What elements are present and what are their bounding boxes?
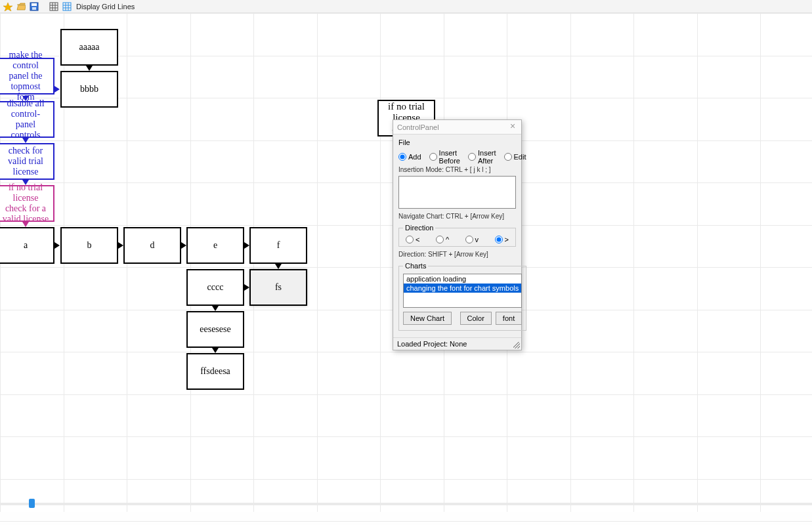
arrow-down-icon [22, 222, 29, 227]
mode-insert-after[interactable]: Insert After [468, 149, 496, 165]
dialog-titlebar[interactable]: ControlPanel × [393, 120, 521, 135]
grid-line [0, 394, 812, 395]
open-icon[interactable] [16, 1, 26, 12]
grid-line [0, 352, 812, 352]
charts-legend: Charts [403, 262, 428, 270]
mode-insert-before[interactable]: Insert Before [429, 149, 460, 165]
mode-edit[interactable]: Edit [504, 153, 526, 161]
arrow-right-icon [244, 242, 249, 249]
arrow-right-icon [118, 242, 123, 249]
dialog-body: File Add Insert Before Insert After Edit… [393, 135, 521, 337]
chart-item[interactable]: changing the font for chart symbols [404, 284, 521, 293]
grid-off-icon[interactable] [49, 1, 59, 12]
new-icon[interactable] [3, 1, 13, 12]
node-ffsdeesa[interactable]: ffsdeesa [186, 353, 244, 390]
grid-line [633, 13, 634, 512]
status-bar: Loaded Project: None [393, 337, 521, 350]
dir-down-radio[interactable] [465, 236, 473, 243]
svg-marker-0 [3, 3, 12, 11]
svg-rect-3 [32, 7, 36, 10]
arrow-down-icon [275, 264, 282, 269]
grid-line [760, 13, 761, 512]
node-cccc[interactable]: cccc [186, 269, 244, 306]
mode-insert-before-radio[interactable] [429, 153, 437, 161]
grid-line [697, 13, 698, 512]
hint-direction: Direction: SHIFT + [Arrow Key] [398, 251, 516, 258]
svg-rect-4 [50, 3, 58, 10]
grid-line [380, 13, 381, 512]
dir-right[interactable]: > [495, 236, 509, 243]
menu-file[interactable]: File [398, 138, 516, 146]
arrow-right-icon [54, 86, 60, 93]
grid-line [0, 98, 812, 98]
arrow-down-icon [86, 66, 93, 71]
mode-edit-radio[interactable] [504, 153, 512, 161]
hint-navigate: Navigate Chart: CTRL + [Arrow Key] [398, 213, 516, 220]
arrow-down-icon [22, 180, 29, 185]
node-e[interactable]: e [186, 227, 244, 264]
grid-on-icon[interactable] [62, 1, 72, 12]
node-check-trial[interactable]: check for valid trial license [0, 143, 54, 180]
new-chart-button[interactable]: New Chart [403, 312, 452, 325]
node-text-input[interactable] [398, 176, 516, 209]
grid-line [570, 13, 571, 512]
font-button[interactable]: font [496, 312, 522, 325]
color-button[interactable]: Color [460, 312, 492, 325]
grid-line [0, 13, 812, 14]
toolbar: Display Grid Lines [0, 0, 812, 13]
node-b[interactable]: b [60, 227, 118, 264]
dir-left-radio[interactable] [406, 236, 414, 243]
node-aaaaa[interactable]: aaaaa [60, 29, 118, 66]
arrow-right-icon [244, 284, 249, 291]
save-icon[interactable] [29, 1, 39, 12]
arrow-down-icon [212, 348, 219, 353]
display-grid-label[interactable]: Display Grid Lines [76, 3, 135, 10]
close-icon[interactable]: × [507, 121, 519, 132]
node-a[interactable]: a [0, 227, 54, 264]
direction-legend: Direction [403, 224, 435, 232]
arrow-right-icon [181, 242, 186, 249]
zoom-slider-thumb[interactable] [29, 499, 35, 508]
grid-line [0, 436, 812, 437]
resize-grip[interactable] [513, 342, 520, 348]
grid-line [317, 13, 318, 512]
direction-fieldset: Direction < ^ v > [398, 224, 516, 247]
charts-listbox[interactable]: application loading changing the font fo… [403, 274, 522, 308]
grid-line [0, 56, 812, 56]
arrow-down-icon [22, 96, 29, 101]
node-if-no-trial-pink[interactable]: if no trial license check for a valid li… [0, 185, 54, 222]
node-bbbb[interactable]: bbbb [60, 71, 118, 108]
dir-up[interactable]: ^ [436, 236, 449, 243]
node-eesesese[interactable]: eesesese [186, 311, 244, 348]
arrow-down-icon [212, 306, 219, 311]
arrow-down-icon [22, 138, 29, 143]
zoom-slider-track[interactable] [0, 503, 812, 505]
hint-insertion-mode: Insertion Mode: CTRL + [ j k l ; ] [398, 166, 516, 173]
dir-left[interactable]: < [406, 236, 419, 243]
dialog-title-label: ControlPanel [397, 123, 439, 131]
charts-fieldset: Charts application loading changing the … [398, 262, 526, 331]
node-disable[interactable]: disable all control-panel controls [0, 101, 54, 138]
dir-right-radio[interactable] [495, 236, 503, 243]
mode-add[interactable]: Add [398, 153, 421, 161]
mode-add-radio[interactable] [398, 153, 406, 161]
grid-line [0, 521, 812, 522]
svg-rect-2 [32, 3, 37, 6]
node-d[interactable]: d [123, 227, 181, 264]
dir-up-radio[interactable] [436, 236, 444, 243]
svg-rect-9 [63, 3, 71, 10]
arrow-right-icon [54, 242, 60, 249]
control-panel-dialog[interactable]: ControlPanel × File Add Insert Before In… [393, 119, 522, 350]
node-topmost[interactable]: make the control panel the topmost form [0, 58, 54, 94]
grid-line [0, 479, 812, 480]
mode-insert-after-radio[interactable] [468, 153, 476, 161]
dir-down[interactable]: v [465, 236, 479, 243]
mode-radio-row: Add Insert Before Insert After Edit [398, 149, 516, 165]
node-f[interactable]: f [249, 227, 307, 264]
chart-item[interactable]: application loading [404, 274, 521, 284]
node-fs[interactable]: fs [249, 269, 307, 306]
